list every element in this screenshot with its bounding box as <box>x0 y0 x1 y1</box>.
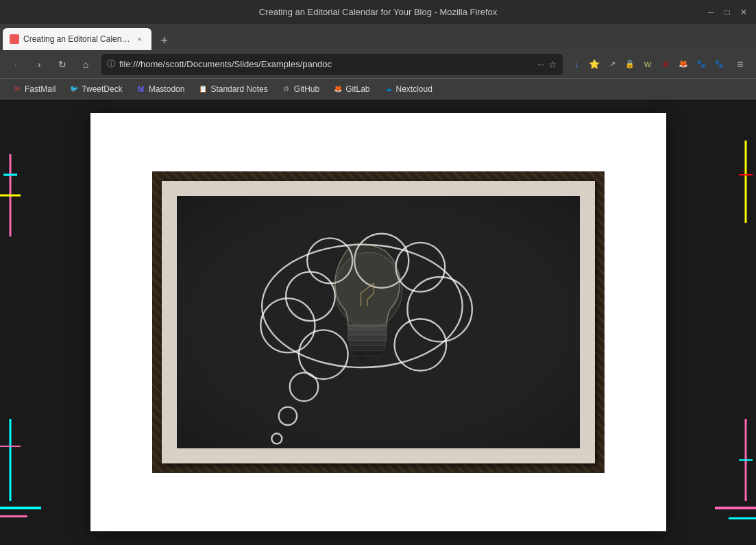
svg-point-19 <box>286 271 335 321</box>
corner-decoration-top-right <box>735 141 756 226</box>
svg-point-18 <box>395 243 445 292</box>
bookmark-mastodon[interactable]: M Mastodon <box>131 82 191 96</box>
bookmark-nextcloud-label: Nextcloud <box>396 84 432 94</box>
new-tab-button[interactable]: + <box>154 31 173 50</box>
bookmark-fastmail[interactable]: ✉ FastMail <box>7 82 61 96</box>
svg-point-23 <box>278 407 296 425</box>
bookmark-github-label: GitHub <box>294 84 319 94</box>
extension-icon-1[interactable]: ↗ <box>604 56 620 73</box>
bookmark-gitlab-label: GitLab <box>345 84 369 94</box>
tab-favicon <box>10 34 19 44</box>
svg-point-20 <box>394 319 446 370</box>
bookmark-fastmail-label: FastMail <box>25 84 56 94</box>
tweetdeck-icon: 🐦 <box>69 84 79 94</box>
picture-frame <box>162 181 595 463</box>
bookmark-star-icon[interactable]: ☆ <box>548 59 557 70</box>
bookmark-tweetdeck[interactable]: 🐦 TweetDeck <box>64 82 127 96</box>
maximize-button[interactable]: □ <box>722 7 733 18</box>
nav-bar: ‹ › ↻ ⌂ ⓘ file:///home/scott/Documents/S… <box>0 50 756 79</box>
ext-icon-2[interactable]: W <box>639 56 656 73</box>
thought-bubble-svg <box>177 196 580 448</box>
corner-decoration-bottom-right <box>735 419 756 504</box>
content-area <box>0 99 756 545</box>
ext-icon-4[interactable]: 🦊 <box>675 56 692 73</box>
hamburger-menu-button[interactable]: ≡ <box>730 54 751 75</box>
security-icon: ⓘ <box>107 58 115 70</box>
address-text: file:///home/scott/Documents/Slides/Exam… <box>119 59 533 69</box>
bookmark-standard-notes[interactable]: 📋 Standard Notes <box>193 82 273 96</box>
forward-button[interactable]: › <box>29 54 49 75</box>
svg-rect-36 <box>352 351 382 356</box>
minimize-button[interactable]: ─ <box>705 7 716 18</box>
bookmark-tweetdeck-label: TweetDeck <box>82 84 122 94</box>
svg-rect-33 <box>347 335 387 341</box>
gitlab-icon: 🦊 <box>333 84 343 94</box>
svg-point-22 <box>289 373 318 402</box>
home-button[interactable]: ⌂ <box>75 54 96 75</box>
fastmail-icon: ✉ <box>12 84 22 94</box>
svg-rect-34 <box>349 340 385 346</box>
corner-decoration-bottom-right-2 <box>701 494 756 538</box>
chalkboard-surface <box>177 196 580 448</box>
reload-button[interactable]: ↻ <box>52 54 73 75</box>
bitwarden-icon[interactable]: 🔒 <box>622 56 638 73</box>
window-title: Creating an Editorial Calendar for Your … <box>259 7 498 17</box>
mastodon-icon: M <box>136 84 146 94</box>
title-bar: Creating an Editorial Calendar for Your … <box>0 0 756 24</box>
active-tab[interactable]: Creating an Editorial Calen… × <box>3 28 151 50</box>
github-icon: ⚙ <box>282 84 291 94</box>
bookmark-nextcloud[interactable]: ☁ Nextcloud <box>378 82 438 96</box>
ext-icon-5[interactable]: 🐾 <box>693 56 709 73</box>
svg-rect-35 <box>350 346 384 351</box>
ext-icon-3[interactable]: ⊕ <box>657 56 674 73</box>
close-button[interactable]: ✕ <box>738 7 749 18</box>
more-options-icon[interactable]: ··· <box>537 60 544 69</box>
tab-close-button[interactable]: × <box>134 34 145 45</box>
corner-decoration-top-left <box>0 154 21 239</box>
ext-icon-6[interactable]: 🐾 <box>711 56 727 73</box>
address-bar[interactable]: ⓘ file:///home/scott/Documents/Slides/Ex… <box>101 54 563 75</box>
slide-image <box>152 171 605 473</box>
corner-decoration-bottom-left-2 <box>0 487 55 531</box>
tab-bar: Creating an Editorial Calen… × + <box>0 24 756 50</box>
standard-notes-icon: 📋 <box>198 84 208 94</box>
window-controls: ─ □ ✕ <box>705 7 749 18</box>
bookmark-manager-icon[interactable]: ⭐ <box>586 56 602 73</box>
svg-point-21 <box>298 330 347 379</box>
svg-rect-32 <box>347 330 387 335</box>
svg-rect-31 <box>347 325 387 330</box>
svg-point-24 <box>271 433 282 444</box>
bookmark-standard-notes-label: Standard Notes <box>210 84 267 94</box>
bookmark-gitlab[interactable]: 🦊 GitLab <box>328 82 375 96</box>
bookmark-mastodon-label: Mastodon <box>149 84 185 94</box>
extension-icons: ↓ ⭐ ↗ 🔒 W ⊕ 🦊 🐾 🐾 <box>568 56 727 73</box>
nextcloud-icon: ☁ <box>384 84 393 94</box>
bookmarks-bar: ✉ FastMail 🐦 TweetDeck M Mastodon 📋 Stan… <box>0 79 756 99</box>
slide-container <box>90 113 666 531</box>
bookmark-github[interactable]: ⚙ GitHub <box>276 82 325 96</box>
tab-title: Creating an Editorial Calen… <box>23 34 130 44</box>
back-button[interactable]: ‹ <box>5 54 26 75</box>
download-icon[interactable]: ↓ <box>568 56 585 73</box>
